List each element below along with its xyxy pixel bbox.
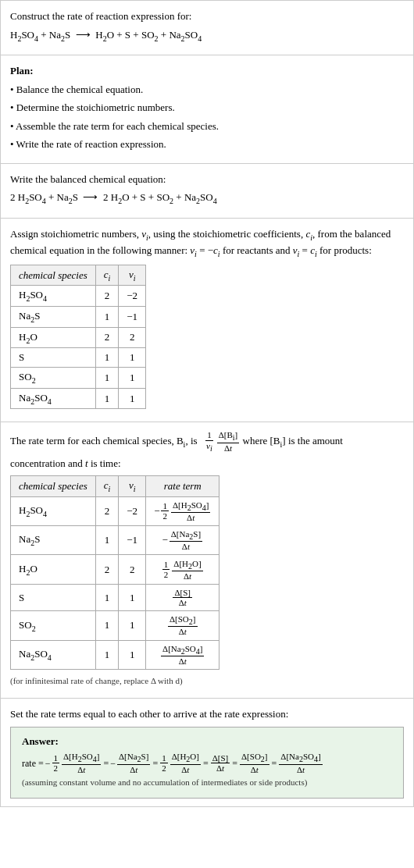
vi-h2o: 2 bbox=[119, 327, 146, 348]
plan-step-1: • Balance the chemical equation. bbox=[10, 82, 404, 98]
answer-label: Answer: bbox=[22, 734, 392, 749]
ci-so2: 1 bbox=[95, 368, 119, 389]
rate-term-so2-answer: Δ[SO2]Δt bbox=[239, 752, 269, 774]
col-header-ci2: ci bbox=[95, 476, 119, 497]
rate-label: rate = bbox=[22, 754, 44, 773]
rate-term-intro: The rate term for each chemical species,… bbox=[10, 430, 404, 452]
rt-term-s: Δ[S]Δt bbox=[146, 585, 219, 611]
plan-step-2: • Determine the stoichiometric numbers. bbox=[10, 100, 404, 116]
rt-ci-na2s: 1 bbox=[95, 526, 119, 555]
col-header-vi: νi bbox=[119, 265, 146, 286]
rt-species-na2s: Na2S bbox=[11, 526, 96, 555]
rate-expression: rate = −12 Δ[H2SO4]Δt = −Δ[Na2S]Δt = 12 … bbox=[22, 752, 392, 774]
species-s: S bbox=[11, 348, 96, 368]
plan-step-4: • Write the rate of reaction expression. bbox=[10, 137, 404, 152]
plan-title: Plan: bbox=[10, 63, 404, 79]
balanced-reaction: 2 H2SO4 + Na2S ⟶ 2 H2O + S + SO2 + Na2SO… bbox=[10, 190, 404, 207]
section-rate-terms: The rate term for each chemical species,… bbox=[0, 422, 414, 699]
rt-species-na2so4: Na2SO4 bbox=[11, 640, 96, 669]
stoich-intro: Assign stoichiometric numbers, νi, using… bbox=[10, 226, 404, 260]
vi-so2: 1 bbox=[119, 368, 146, 389]
col-header-rate: rate term bbox=[146, 476, 219, 497]
rt-species-s: S bbox=[11, 585, 96, 611]
rt-species-so2: SO2 bbox=[11, 611, 96, 640]
species-na2so4: Na2SO4 bbox=[11, 388, 96, 409]
answer-note: (assuming constant volume and no accumul… bbox=[22, 776, 392, 789]
construct-title: Construct the rate of reaction expressio… bbox=[10, 9, 404, 24]
rate-footnote: (for infinitesimal rate of change, repla… bbox=[10, 674, 404, 688]
species-h2o: H2O bbox=[11, 327, 96, 348]
equals-5: = bbox=[272, 754, 277, 773]
rate-formula-frac: 1 νi bbox=[205, 430, 214, 452]
rate-table: chemical species ci νi rate term H2SO4 2… bbox=[10, 475, 219, 670]
table-row: SO2 1 1 Δ[SO2]Δt bbox=[11, 611, 219, 640]
vi-h2so4: −2 bbox=[119, 286, 146, 307]
table-row: S 1 1 bbox=[11, 348, 146, 368]
table-row: Na2S 1 −1 bbox=[11, 307, 146, 328]
col-header-ci: ci bbox=[95, 265, 119, 286]
species-na2s: Na2S bbox=[11, 307, 96, 328]
vi-na2so4: 1 bbox=[119, 388, 146, 409]
species-h2so4: H2SO4 bbox=[11, 286, 96, 307]
equals-2: = bbox=[152, 754, 158, 773]
rt-term-so2: Δ[SO2]Δt bbox=[146, 611, 219, 640]
rt-term-h2o: 12 Δ[H2O]Δt bbox=[146, 555, 219, 585]
table-row: Na2SO4 1 1 Δ[Na2SO4]Δt bbox=[11, 640, 219, 669]
rate-term-intro2: concentration and t is time: bbox=[10, 456, 404, 471]
ci-na2so4: 1 bbox=[95, 388, 119, 409]
rt-ci-na2so4: 1 bbox=[95, 640, 119, 669]
vi-s: 1 bbox=[119, 348, 146, 368]
ci-s: 1 bbox=[95, 348, 119, 368]
rt-ci-h2o: 2 bbox=[95, 555, 119, 585]
rate-term-s-answer: Δ[S]Δt bbox=[210, 753, 231, 773]
section-construct: Construct the rate of reaction expressio… bbox=[0, 0, 414, 55]
table-row: H2SO4 2 −2 bbox=[11, 286, 146, 307]
rt-ci-so2: 1 bbox=[95, 611, 119, 640]
section-balanced: Write the balanced chemical equation: 2 … bbox=[0, 164, 414, 219]
col-header-vi2: νi bbox=[119, 476, 146, 497]
answer-intro: Set the rate terms equal to each other t… bbox=[10, 706, 404, 722]
equals-3: = bbox=[203, 754, 209, 773]
rate-term-h2so4-neg: −12 Δ[H2SO4]Δt bbox=[45, 752, 102, 774]
balanced-title: Write the balanced chemical equation: bbox=[10, 172, 404, 187]
plan-step-3: • Assemble the rate term for each chemic… bbox=[10, 119, 404, 134]
rt-vi-s: 1 bbox=[119, 585, 146, 611]
rt-vi-na2so4: 1 bbox=[119, 640, 146, 669]
section-answer: Set the rate terms equal to each other t… bbox=[0, 699, 414, 807]
rt-vi-h2so4: −2 bbox=[119, 496, 146, 525]
rate-formula-delta-frac: Δ[Bi] Δt bbox=[217, 430, 240, 452]
table-row: S 1 1 Δ[S]Δt bbox=[11, 585, 219, 611]
rate-term-na2s-neg: −Δ[Na2S]Δt bbox=[110, 752, 151, 774]
answer-box: Answer: rate = −12 Δ[H2SO4]Δt = −Δ[Na2S]… bbox=[10, 727, 404, 799]
construct-reaction: H2SO4 + Na2S ⟶ H2O + S + SO2 + Na2SO4 bbox=[10, 27, 404, 44]
table-row: H2O 2 2 bbox=[11, 327, 146, 348]
ci-h2so4: 2 bbox=[95, 286, 119, 307]
table-row: H2SO4 2 −2 −12 Δ[H2SO4]Δt bbox=[11, 496, 219, 525]
rt-species-h2so4: H2SO4 bbox=[11, 496, 96, 525]
rate-term-h2o: 12 Δ[H2O]Δt bbox=[159, 752, 202, 774]
table-row: Na2S 1 −1 −Δ[Na2S]Δt bbox=[11, 526, 219, 555]
col-header-species2: chemical species bbox=[11, 476, 96, 497]
table-row: Na2SO4 1 1 bbox=[11, 388, 146, 409]
rate-term-na2so4-answer: Δ[Na2SO4]Δt bbox=[278, 752, 323, 774]
rt-term-h2so4: −12 Δ[H2SO4]Δt bbox=[146, 496, 219, 525]
section-plan: Plan: • Balance the chemical equation. •… bbox=[0, 55, 414, 164]
col-header-species: chemical species bbox=[11, 265, 96, 286]
section-stoich: Assign stoichiometric numbers, νi, using… bbox=[0, 219, 414, 423]
rt-ci-h2so4: 2 bbox=[95, 496, 119, 525]
rt-term-na2s: −Δ[Na2S]Δt bbox=[146, 526, 219, 555]
rt-species-h2o: H2O bbox=[11, 555, 96, 585]
vi-na2s: −1 bbox=[119, 307, 146, 328]
rt-ci-s: 1 bbox=[95, 585, 119, 611]
rt-vi-so2: 1 bbox=[119, 611, 146, 640]
rt-vi-na2s: −1 bbox=[119, 526, 146, 555]
equals-1: = bbox=[103, 754, 109, 773]
rt-term-na2so4: Δ[Na2SO4]Δt bbox=[146, 640, 219, 669]
species-so2: SO2 bbox=[11, 368, 96, 389]
stoich-table: chemical species ci νi H2SO4 2 −2 Na2S 1… bbox=[10, 265, 146, 410]
table-row: SO2 1 1 bbox=[11, 368, 146, 389]
equals-4: = bbox=[232, 754, 237, 773]
rt-vi-h2o: 2 bbox=[119, 555, 146, 585]
table-row: H2O 2 2 12 Δ[H2O]Δt bbox=[11, 555, 219, 585]
ci-h2o: 2 bbox=[95, 327, 119, 348]
